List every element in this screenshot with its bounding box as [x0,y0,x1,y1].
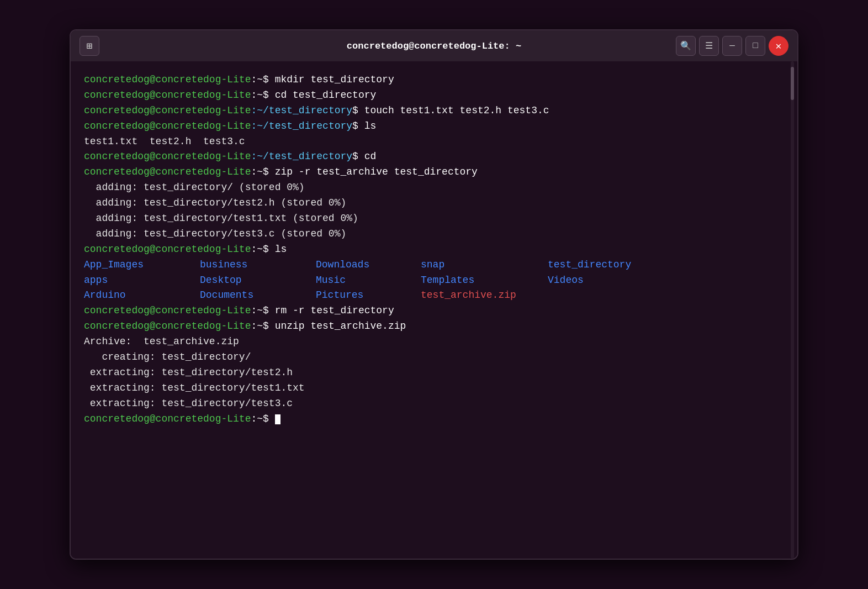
menu-icon: ☰ [705,40,713,51]
terminal-line: concretedog@concretedog-Lite:~$ mkdir te… [84,72,784,88]
terminal-line: concretedog@concretedog-Lite:~$ rm -r te… [84,303,784,319]
terminal-line: adding: test_directory/test2.h (stored 0… [84,196,784,211]
terminal-window: ⊞ concretedog@concretedog-Lite: ~ 🔍 ☰ — … [70,29,798,560]
terminal-line: concretedog@concretedog-Lite:~/test_dire… [84,149,784,165]
terminal-line: adding: test_directory/test1.txt (stored… [84,211,784,227]
titlebar-left: ⊞ [80,36,99,56]
terminal-prompt-last: concretedog@concretedog-Lite:~$ [84,412,784,427]
search-icon: 🔍 [680,40,691,51]
terminal-line: Archive: test_archive.zip [84,334,784,350]
minimize-button[interactable]: — [722,36,742,56]
terminal-line: extracting: test_directory/test1.txt [84,381,784,396]
terminal-line: extracting: test_directory/test2.h [84,365,784,381]
terminal-line: concretedog@concretedog-Lite:~$ cd test_… [84,88,784,103]
close-button[interactable]: ✕ [769,36,788,56]
scrollbar[interactable] [790,61,795,559]
maximize-button[interactable]: □ [745,36,765,56]
terminal-line: adding: test_directory/ (stored 0%) [84,180,784,196]
close-icon: ✕ [776,40,782,52]
terminal-line: concretedog@concretedog-Lite:~$ ls [84,242,784,257]
terminal-line: adding: test_directory/test3.c (stored 0… [84,227,784,242]
terminal-line: concretedog@concretedog-Lite:~$ unzip te… [84,319,784,334]
maximize-icon: □ [753,41,758,51]
titlebar-controls: 🔍 ☰ — □ ✕ [676,36,788,56]
titlebar: ⊞ concretedog@concretedog-Lite: ~ 🔍 ☰ — … [71,30,797,61]
scrollbar-track [791,61,794,559]
terminal-cursor [275,414,280,424]
ls-output: App_Images apps Arduino business Desktop… [84,257,784,304]
minimize-icon: — [729,41,735,51]
window-title: concretedog@concretedog-Lite: ~ [347,41,521,51]
terminal-line: concretedog@concretedog-Lite:~$ zip -r t… [84,165,784,180]
menu-button[interactable]: ☰ [699,36,719,56]
terminal-line: creating: test_directory/ [84,350,784,365]
terminal-line: test1.txt test2.h test3.c [84,134,784,150]
terminal-content[interactable]: concretedog@concretedog-Lite:~$ mkdir te… [71,61,797,559]
new-tab-icon: ⊞ [87,40,93,52]
search-button[interactable]: 🔍 [676,36,696,56]
terminal-line: concretedog@concretedog-Lite:~/test_dire… [84,119,784,134]
new-tab-button[interactable]: ⊞ [80,36,99,56]
terminal-line: extracting: test_directory/test3.c [84,396,784,412]
scrollbar-thumb[interactable] [791,67,794,100]
terminal-line: concretedog@concretedog-Lite:~/test_dire… [84,103,784,119]
